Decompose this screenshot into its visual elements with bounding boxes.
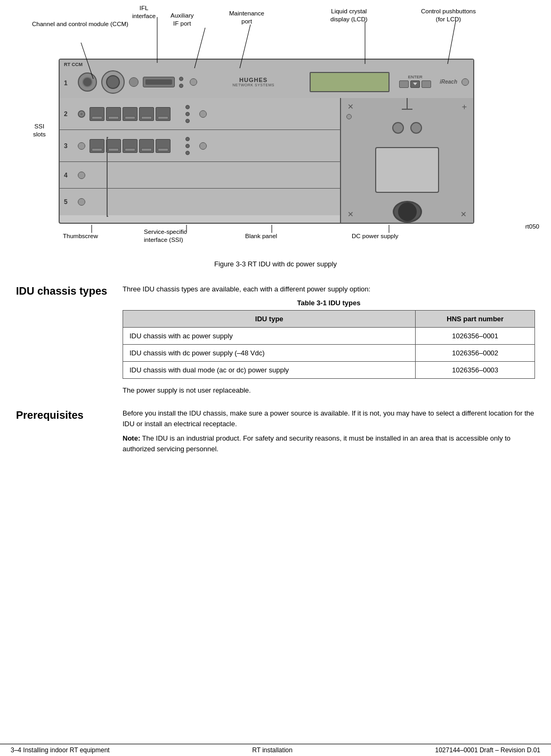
port-circle-inner	[82, 77, 93, 87]
idu-chassis-body: Three IDU chassis types are available, e…	[123, 284, 535, 400]
table-col-idu-type: IDU type	[123, 310, 416, 327]
table-cell-idu-type: IDU chassis with ac power supply	[123, 327, 416, 344]
ground-symbol	[402, 98, 412, 110]
rj45-port	[139, 107, 154, 121]
rj45-port	[123, 107, 137, 121]
callout-maintenance-port: Maintenanceport	[229, 10, 264, 26]
lcd-display	[310, 72, 390, 92]
screw-corner	[461, 78, 469, 86]
rj45-port	[106, 107, 121, 121]
enter-button-area: ENTER	[399, 75, 431, 88]
table-row: IDU chassis with dc power supply (–48 Vd…	[123, 344, 535, 361]
callout-auxiliary-if-port: AuxiliaryIF port	[171, 12, 193, 28]
table-cell-hns-part: 1026356–0002	[416, 344, 535, 361]
table-row: IDU chassis with dual mode (ac or dc) po…	[123, 361, 535, 378]
row3-screw-l	[78, 142, 85, 150]
dot	[179, 77, 183, 81]
callout-dc-power: DC power supply	[352, 232, 399, 240]
callout-ifl-interface: IFLinterface	[132, 4, 156, 20]
rj45-port	[90, 139, 104, 153]
inner	[80, 112, 83, 116]
table-cell-hns-part: 1026356–0001	[416, 327, 535, 344]
rj45-port	[123, 139, 137, 153]
panel-screw-tl	[346, 114, 352, 119]
terminal-2	[410, 122, 422, 134]
row2-screw-r	[199, 110, 207, 118]
rj45-latch	[108, 148, 119, 151]
hughes-logo-area: HUGHES NETWORK SYSTEMS	[201, 77, 305, 87]
hughes-logo-text: HUGHES	[239, 77, 268, 83]
table-row: IDU chassis with ac power supply1026356–…	[123, 327, 535, 344]
svg-line-5	[448, 21, 456, 64]
indicator-dots-2	[185, 105, 190, 123]
rj45-port	[156, 107, 171, 121]
prerequisites-section: Prerequisites Before you install the IDU…	[16, 408, 535, 458]
hardware-device: RT CCM 1	[59, 59, 474, 224]
nav-btn-down	[410, 80, 420, 88]
coax-port	[101, 70, 125, 94]
row-number-4: 4	[64, 172, 74, 179]
ground-bar1	[402, 109, 412, 110]
diagram-section: Channel and control module (CCM) IFLinte…	[0, 0, 551, 256]
callout-ssi-slots: SSIslots	[33, 123, 46, 139]
rj45-latch	[141, 116, 152, 119]
rj45-group-row3	[90, 139, 171, 153]
dot	[185, 105, 190, 109]
callout-thumbscrew: Thumbscrew	[63, 232, 98, 240]
row3-screw-r	[199, 142, 207, 150]
rj45-latch	[92, 148, 102, 151]
plus-symbol: +	[462, 102, 467, 112]
dot	[185, 151, 190, 155]
dot	[185, 144, 190, 148]
ireach-text: iReach	[440, 79, 457, 85]
footer-center: RT installation	[252, 746, 293, 754]
page-footer: 3–4 Installing indoor RT equipment RT in…	[0, 744, 551, 756]
prerequisites-body: Before you install the IDU chassis, make…	[123, 408, 535, 458]
rj45-port	[156, 139, 171, 153]
prerequisites-heading: Prerequisites	[16, 408, 123, 458]
row-number-2: 2	[64, 110, 74, 118]
rj45-latch	[108, 116, 119, 119]
screw	[190, 78, 197, 86]
indicator-dots-3	[185, 137, 190, 155]
dc-fan-inner	[398, 202, 417, 221]
small-port	[129, 77, 139, 87]
hughes-network-text: NETWORK SYSTEMS	[232, 83, 274, 87]
callout-pushbuttons: Control pushbuttons(for LCD)	[421, 7, 476, 23]
enter-label: ENTER	[408, 75, 423, 79]
dot	[185, 112, 190, 116]
callout-lcd: Liquid crystaldisplay (LCD)	[330, 7, 368, 23]
rj45-latch	[92, 116, 102, 119]
idu-types-table: IDU type HNS part number IDU chassis wit…	[123, 310, 535, 379]
idu-chassis-section: IDU chassis types Three IDU chassis type…	[16, 284, 535, 400]
row4-screw-l	[78, 172, 85, 179]
db-connector	[143, 77, 175, 87]
rj45-port	[90, 107, 104, 121]
table-title: Table 3-1 IDU types	[123, 299, 535, 307]
port-circle-left	[78, 72, 97, 92]
idu-chassis-intro: Three IDU chassis types are available, e…	[123, 284, 535, 295]
content-section: IDU chassis types Three IDU chassis type…	[0, 279, 551, 472]
table-cell-idu-type: IDU chassis with dual mode (ac or dc) po…	[123, 361, 416, 378]
dc-fan-circle	[393, 201, 422, 223]
rj45-port	[106, 139, 121, 153]
down-arrow	[413, 83, 417, 85]
x-symbol-bottom-right: ✕	[460, 210, 467, 218]
dot	[179, 84, 183, 88]
ssi-bracket-line	[107, 137, 108, 217]
idu-chassis-heading: IDU chassis types	[16, 284, 123, 400]
rj45-latch	[158, 148, 168, 151]
row2-screw-l	[78, 110, 85, 118]
prerequisites-note: Note: The IDU is an industrial product. …	[123, 433, 535, 454]
power-supply-note: The power supply is not user replaceable…	[123, 385, 535, 396]
callout-rt050: rt050	[525, 223, 539, 231]
row-number-1: 1	[64, 79, 74, 87]
rj45-group-row2	[90, 107, 171, 121]
row-number-3: 3	[64, 142, 74, 150]
dc-power-module	[375, 147, 439, 193]
callout-channel-control-module: Channel and control module (CCM)	[32, 20, 128, 28]
dot	[185, 137, 190, 141]
table-cell-idu-type: IDU chassis with dc power supply (–48 Vd…	[123, 344, 416, 361]
coax-inner	[106, 75, 120, 89]
dot	[185, 119, 190, 123]
